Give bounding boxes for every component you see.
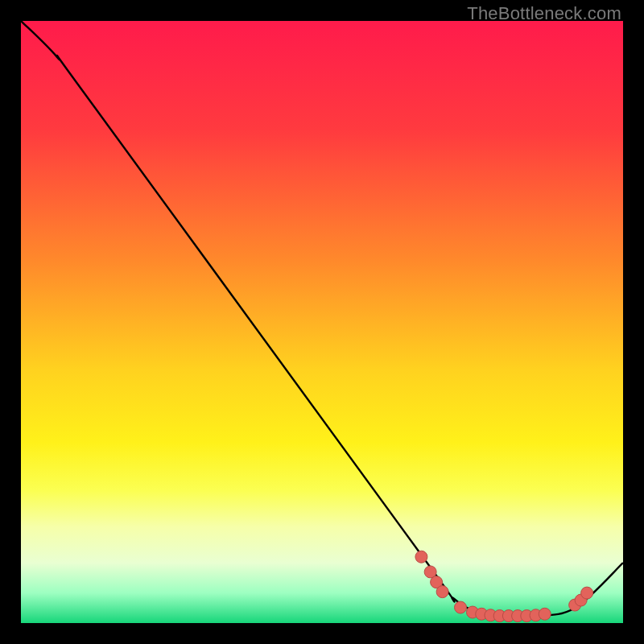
- curve-layer: [21, 21, 623, 623]
- bottleneck-curve: [21, 21, 623, 617]
- chart-stage: TheBottleneck.com: [0, 0, 644, 644]
- data-dot: [455, 601, 467, 613]
- plot-area: [21, 21, 623, 623]
- data-dot: [539, 608, 551, 620]
- data-dot: [436, 586, 448, 598]
- data-dot: [581, 587, 593, 599]
- data-dot: [415, 551, 427, 563]
- watermark-text: TheBottleneck.com: [467, 3, 621, 24]
